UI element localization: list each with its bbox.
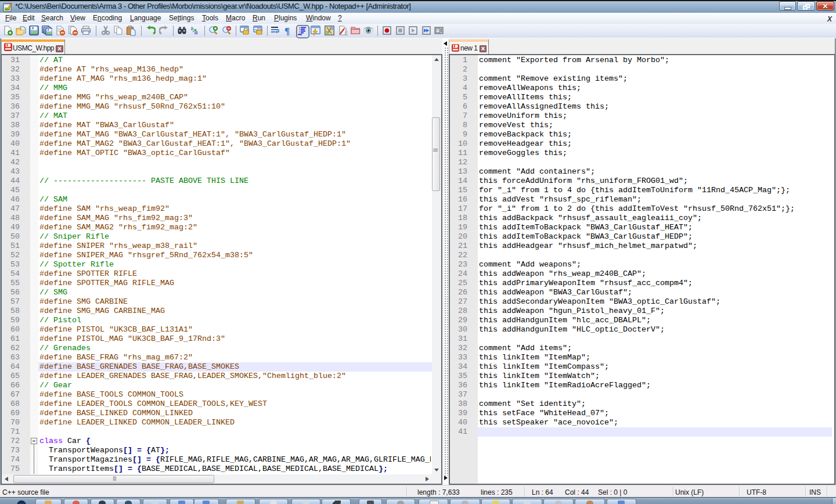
svg-text:b: b xyxy=(191,26,194,31)
svg-text:¶: ¶ xyxy=(284,26,290,36)
svg-text:{}: {} xyxy=(344,31,348,35)
